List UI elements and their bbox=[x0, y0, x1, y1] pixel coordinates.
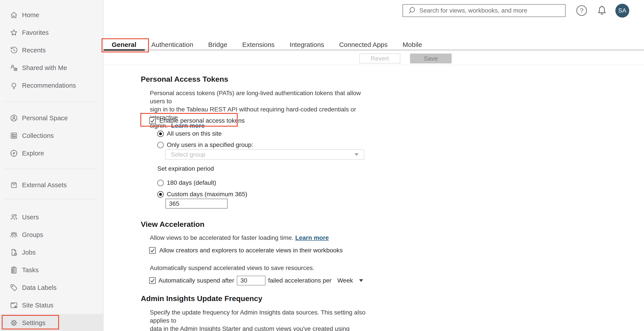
section-personal-access-tokens: Personal Access Tokens Personal access t… bbox=[141, 75, 394, 220]
sidebar-item-label: Tasks bbox=[22, 267, 38, 274]
allow-accelerate-row: Allow creators and explorers to accelera… bbox=[149, 246, 343, 255]
tab-bridge[interactable]: Bridge bbox=[208, 41, 227, 48]
sidebar-item-label: Users bbox=[22, 214, 39, 221]
sidebar-item-settings[interactable]: Settings bbox=[0, 314, 103, 331]
sidebar-item-collections[interactable]: Collections bbox=[0, 127, 103, 144]
auto-suspend-suffix-label: failed accelerations per bbox=[268, 277, 332, 284]
section-view-acceleration: View Acceleration Allow views to be acce… bbox=[141, 220, 449, 295]
specified-group-radio[interactable] bbox=[157, 142, 164, 148]
pat-desc-line1: Personal access tokens (PATs) are long-l… bbox=[150, 90, 361, 105]
sidebar-item-recents[interactable]: Recents bbox=[0, 41, 103, 59]
sidebar-item-data-labels[interactable]: Data Labels bbox=[0, 279, 103, 297]
tab-extensions[interactable]: Extensions bbox=[242, 41, 275, 48]
sidebar-item-label: Jobs bbox=[22, 249, 36, 256]
radio-row-all-users: All users on this site bbox=[157, 130, 222, 138]
site-status-icon bbox=[10, 301, 18, 310]
radio-row-specified-group: Only users in a specified group: bbox=[157, 141, 253, 149]
collections-icon bbox=[10, 131, 18, 140]
tab-mobile[interactable]: Mobile bbox=[402, 41, 422, 48]
sidebar-item-explore[interactable]: Explore bbox=[0, 144, 103, 162]
external-assets-icon bbox=[10, 181, 18, 189]
jobs-icon bbox=[10, 248, 18, 257]
users-icon bbox=[10, 213, 18, 221]
allow-accelerate-checkbox[interactable] bbox=[149, 247, 156, 254]
sidebar-item-recommendations[interactable]: Recommendations bbox=[0, 77, 103, 94]
sidebar-divider bbox=[4, 102, 98, 102]
allow-accelerate-label: Allow creators and explorers to accelera… bbox=[159, 247, 343, 254]
search-input[interactable] bbox=[419, 7, 561, 14]
sidebar-item-home[interactable]: Home bbox=[0, 6, 103, 24]
all-users-radio[interactable] bbox=[157, 131, 164, 137]
sidebar-item-label: External Assets bbox=[22, 181, 67, 189]
groups-icon bbox=[10, 231, 18, 239]
enable-pat-row: Enable personal access tokens bbox=[149, 116, 245, 125]
toolbar-divider bbox=[104, 65, 644, 65]
tab-general[interactable]: General bbox=[112, 41, 136, 48]
sidebar-item-external-assets[interactable]: External Assets bbox=[0, 176, 103, 194]
settings-tabbar: General Authentication Bridge Extensions… bbox=[104, 41, 644, 48]
sidebar: Home Favorites Recents Shared with Me Re… bbox=[0, 0, 104, 331]
sidebar-item-label: Data Labels bbox=[22, 284, 56, 291]
enable-pat-label: Enable personal access tokens bbox=[159, 117, 245, 124]
period-dropdown-value[interactable]: Week bbox=[337, 277, 353, 284]
auto-suspend-checkbox[interactable] bbox=[149, 277, 156, 284]
active-tab-indicator bbox=[104, 49, 145, 51]
custom-days-input[interactable] bbox=[166, 199, 228, 209]
section-title: Personal Access Tokens bbox=[141, 75, 228, 83]
expiration-period-label: Set expiration period bbox=[157, 165, 214, 172]
group-select-placeholder: Select group bbox=[171, 151, 205, 158]
custom-days-label: Custom days (maximum 365) bbox=[167, 191, 248, 198]
tab-authentication[interactable]: Authentication bbox=[151, 41, 193, 48]
notifications-icon[interactable] bbox=[596, 4, 608, 16]
section-admin-insights: Admin Insights Update Frequency Specify … bbox=[141, 294, 372, 331]
radio-row-custom-days: Custom days (maximum 365) bbox=[157, 190, 248, 198]
avatar[interactable]: SA bbox=[615, 4, 629, 18]
shared-icon bbox=[10, 64, 18, 72]
sidebar-item-tasks[interactable]: Tasks bbox=[0, 261, 103, 279]
help-glyph: ? bbox=[580, 7, 584, 14]
save-button[interactable]: Save bbox=[410, 53, 452, 63]
tabstrip bbox=[104, 49, 644, 51]
custom-days-radio[interactable] bbox=[157, 191, 164, 198]
all-users-label: All users on this site bbox=[167, 130, 222, 137]
tab-connected-apps[interactable]: Connected Apps bbox=[339, 41, 388, 48]
va-learn-more-link[interactable]: Learn more bbox=[295, 234, 329, 241]
recents-icon bbox=[10, 46, 18, 54]
sidebar-item-label: Personal Space bbox=[22, 114, 68, 122]
sidebar-item-label: Recommendations bbox=[22, 82, 76, 89]
sidebar-item-groups[interactable]: Groups bbox=[0, 226, 103, 244]
sidebar-item-shared-with-me[interactable]: Shared with Me bbox=[0, 59, 103, 77]
sidebar-item-users[interactable]: Users bbox=[0, 208, 103, 226]
group-select-dropdown[interactable]: Select group bbox=[165, 149, 364, 160]
enable-pat-checkbox[interactable] bbox=[149, 117, 156, 124]
sidebar-divider bbox=[4, 199, 98, 199]
dropdown-caret-icon[interactable] bbox=[359, 279, 363, 282]
favorites-icon bbox=[10, 28, 18, 37]
sidebar-item-site-status[interactable]: Site Status bbox=[0, 297, 103, 314]
sidebar-item-label: Collections bbox=[22, 132, 54, 139]
tab-integrations[interactable]: Integrations bbox=[290, 41, 324, 48]
auto-suspend-row: Automatically suspend after failed accel… bbox=[149, 276, 363, 286]
section-title: View Acceleration bbox=[141, 220, 204, 229]
sidebar-item-personal-space[interactable]: Personal Space bbox=[0, 109, 103, 127]
revert-button[interactable]: Revert bbox=[359, 53, 400, 63]
help-icon[interactable]: ? bbox=[576, 5, 587, 16]
sidebar-item-label: Site Status bbox=[22, 302, 53, 309]
suspend-description: Automatically suspend accelerated views … bbox=[150, 264, 314, 272]
sidebar-item-favorites[interactable]: Favorites bbox=[0, 24, 103, 41]
ai-desc-line2: data in the Admin Insights Starter and c… bbox=[150, 325, 350, 331]
days-180-radio[interactable] bbox=[157, 180, 164, 186]
sidebar-item-jobs[interactable]: Jobs bbox=[0, 244, 103, 261]
radio-row-180-days: 180 days (default) bbox=[157, 179, 216, 187]
admin-insights-description: Specify the update frequency for Admin I… bbox=[150, 308, 368, 331]
sidebar-item-label: Settings bbox=[22, 319, 46, 327]
search-box[interactable] bbox=[402, 4, 566, 17]
sidebar-item-label: Home bbox=[22, 11, 39, 19]
personal-space-icon bbox=[10, 114, 18, 122]
ai-desc-line1: Specify the update frequency for Admin I… bbox=[150, 309, 365, 324]
home-icon bbox=[10, 11, 18, 19]
auto-suspend-prefix-label: Automatically suspend after bbox=[158, 277, 234, 284]
settings-icon bbox=[10, 319, 18, 327]
suspend-count-input[interactable] bbox=[237, 276, 266, 286]
specified-group-label: Only users in a specified group: bbox=[167, 141, 253, 148]
